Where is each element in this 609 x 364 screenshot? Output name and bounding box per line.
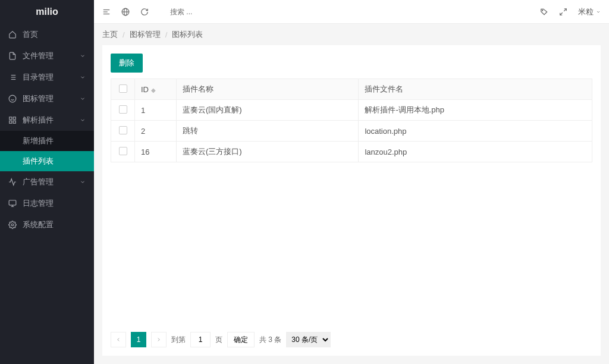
page-input[interactable] xyxy=(190,332,211,347)
col-name-label: 插件名称 xyxy=(177,79,359,100)
table-row: 1 蓝奏云(国内直解) 解析插件-调用本地.php xyxy=(111,100,592,121)
file-icon xyxy=(8,52,17,60)
chevron-down-icon xyxy=(80,74,86,80)
grid-icon xyxy=(8,116,17,124)
monitor-icon xyxy=(8,199,17,208)
home-icon xyxy=(8,30,17,39)
crumb-item[interactable]: 主页 xyxy=(102,29,118,40)
tag-icon[interactable] xyxy=(540,8,548,16)
svg-point-23 xyxy=(542,10,543,11)
select-all-checkbox[interactable] xyxy=(119,84,127,93)
gear-icon xyxy=(8,221,17,229)
next-page-button[interactable] xyxy=(151,332,167,347)
content-panel: 删除 ID◆ 插件名称 插件文件名 1 蓝奏云(国内直解) 解析插件-调用本地.… xyxy=(102,45,601,356)
user-name: 米粒 xyxy=(578,7,594,17)
sidebar-subitem[interactable]: 插件列表 xyxy=(0,151,94,171)
sidebar-item-label: 图标管理 xyxy=(23,93,80,104)
cell-file: 解析插件-调用本地.php xyxy=(359,100,592,121)
svg-rect-10 xyxy=(13,117,15,120)
total-label: 共 3 条 xyxy=(259,335,281,345)
sidebar-item-label: 文件管理 xyxy=(23,51,80,61)
chevron-down-icon xyxy=(80,96,86,102)
pagination: 1 到第 页 确定 共 3 条 30 条/页 xyxy=(111,332,592,347)
cell-file: lanzou2.php xyxy=(359,142,592,162)
chevron-down-icon xyxy=(596,10,601,14)
svg-line-24 xyxy=(564,8,566,11)
sidebar-item-label: 广告管理 xyxy=(23,177,80,187)
sidebar-item[interactable]: 广告管理 xyxy=(0,171,94,193)
crumb-item[interactable]: 图标管理 xyxy=(130,29,161,40)
svg-rect-12 xyxy=(10,121,12,123)
sidebar-item[interactable]: 文件管理 xyxy=(0,45,94,67)
cell-id: 1 xyxy=(135,100,177,121)
list-icon xyxy=(8,73,17,81)
sidebar-item-label: 解析插件 xyxy=(23,115,80,125)
pagesize-select[interactable]: 30 条/页 xyxy=(286,332,331,347)
chevron-up-icon xyxy=(80,117,86,123)
col-file-label: 插件文件名 xyxy=(359,79,592,100)
refresh-icon[interactable] xyxy=(140,8,149,16)
search-input[interactable] xyxy=(170,8,241,16)
plugin-table: ID◆ 插件名称 插件文件名 1 蓝奏云(国内直解) 解析插件-调用本地.php… xyxy=(111,79,592,162)
user-menu[interactable]: 米粒 xyxy=(578,7,601,17)
sidebar-subitem[interactable]: 新增插件 xyxy=(0,131,94,151)
chevron-down-icon xyxy=(80,53,86,59)
menu-toggle-icon[interactable] xyxy=(102,8,111,16)
crumb-item: 图标列表 xyxy=(172,29,203,40)
smile-icon xyxy=(8,95,17,103)
table-row: 16 蓝奏云(三方接口) lanzou2.php xyxy=(111,142,592,162)
globe-icon[interactable] xyxy=(121,8,130,16)
sidebar-item-label: 目录管理 xyxy=(23,72,80,83)
sidebar-item[interactable]: 解析插件 xyxy=(0,109,94,131)
cell-name: 蓝奏云(三方接口) xyxy=(177,142,359,162)
svg-point-6 xyxy=(9,95,16,102)
sidebar-item[interactable]: 系统配置 xyxy=(0,214,94,236)
sidebar-item[interactable]: 日志管理 xyxy=(0,193,94,214)
row-checkbox[interactable] xyxy=(119,126,127,134)
svg-line-25 xyxy=(560,12,563,15)
table-row: 2 跳转 location.php xyxy=(111,121,592,142)
prev-page-button[interactable] xyxy=(111,332,126,347)
sidebar-item-label: 首页 xyxy=(23,29,86,40)
fullscreen-icon[interactable] xyxy=(559,8,567,16)
sidebar-item-label: 日志管理 xyxy=(23,198,86,209)
sidebar-item[interactable]: 首页 xyxy=(0,24,94,45)
svg-point-16 xyxy=(11,224,14,226)
col-id-label: ID xyxy=(141,85,149,94)
activity-icon xyxy=(8,178,17,186)
cell-name: 跳转 xyxy=(177,121,359,142)
cell-id: 16 xyxy=(135,142,177,162)
svg-rect-11 xyxy=(13,121,15,123)
cell-id: 2 xyxy=(135,121,177,142)
row-checkbox[interactable] xyxy=(119,105,127,114)
cell-file: location.php xyxy=(359,121,592,142)
breadcrumb: 主页 / 图标管理 / 图标列表 xyxy=(94,24,609,45)
page-number-button[interactable]: 1 xyxy=(131,332,146,347)
svg-rect-9 xyxy=(10,117,12,120)
page-unit-label: 页 xyxy=(215,335,222,345)
brand-logo: milio xyxy=(0,0,94,24)
goto-label: 到第 xyxy=(171,335,186,345)
sidebar: milio 首页 文件管理 目录管理 图标管理 解析插件 新增插件插件列表 广告… xyxy=(0,0,94,364)
sidebar-item-label: 系统配置 xyxy=(23,219,86,230)
row-checkbox[interactable] xyxy=(119,147,127,155)
top-header: 米粒 xyxy=(94,0,609,24)
svg-rect-13 xyxy=(9,200,16,205)
sidebar-item[interactable]: 图标管理 xyxy=(0,88,94,109)
sidebar-item[interactable]: 目录管理 xyxy=(0,67,94,88)
cell-name: 蓝奏云(国内直解) xyxy=(177,100,359,121)
sort-icon[interactable]: ◆ xyxy=(151,87,156,93)
delete-button[interactable]: 删除 xyxy=(111,54,143,73)
goto-confirm-button[interactable]: 确定 xyxy=(227,332,255,347)
chevron-down-icon xyxy=(80,179,86,185)
